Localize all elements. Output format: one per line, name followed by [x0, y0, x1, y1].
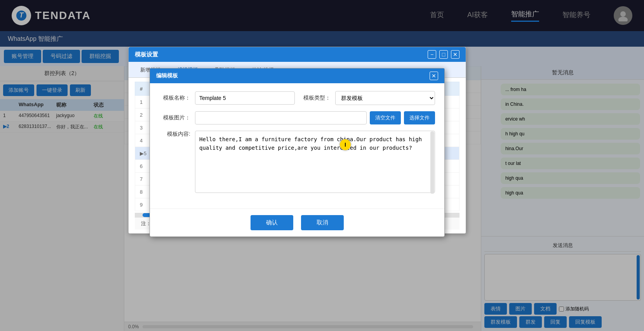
dialog-controls: − □ ✕ — [428, 50, 460, 59]
textarea-wrapper: Hello there,I am a furniture factory fro… — [195, 131, 435, 194]
dialog-title: 模板设置 — [135, 51, 158, 58]
content-row: 模板内容: Hello there,I am a furniture facto… — [159, 131, 435, 194]
type-label: 模板类型： — [299, 95, 331, 102]
modal-footer: 确认 取消 — [150, 208, 444, 236]
file-path-input[interactable] — [195, 111, 367, 124]
edit-modal-close-button[interactable]: ✕ — [430, 72, 438, 80]
name-row: 模板名称： 模板类型： 群发模板 回复模板 — [159, 91, 435, 105]
edit-modal-body: 模板名称： 模板类型： 群发模板 回复模板 模板图片： 清空文件 选择文件 模板… — [150, 83, 444, 208]
name-input[interactable] — [195, 91, 295, 105]
content-textarea[interactable]: Hello there,I am a furniture factory fro… — [195, 131, 435, 193]
type-select[interactable]: 群发模板 回复模板 — [335, 91, 435, 105]
name-label: 模板名称： — [159, 95, 190, 102]
edit-template-modal: 编辑模板 ✕ 模板名称： 模板类型： 群发模板 回复模板 模板图片： 清空文件 … — [150, 68, 445, 237]
edit-modal-header: 编辑模板 ✕ — [150, 68, 444, 83]
dialog-maximize-button[interactable]: □ — [439, 50, 448, 59]
dialog-close-button[interactable]: ✕ — [451, 50, 460, 59]
confirm-button[interactable]: 确认 — [251, 215, 293, 230]
textarea-scrollbar — [430, 131, 434, 194]
cursor-indicator: I — [340, 139, 351, 150]
image-row: 模板图片： 清空文件 选择文件 — [159, 111, 435, 124]
clear-file-button[interactable]: 清空文件 — [370, 111, 401, 124]
dialog-minimize-button[interactable]: − — [428, 50, 436, 59]
image-label: 模板图片： — [159, 114, 190, 121]
dialog-titlebar: 模板设置 − □ ✕ — [129, 47, 466, 62]
cancel-button[interactable]: 取消 — [301, 215, 344, 230]
content-label: 模板内容: — [159, 131, 190, 138]
choose-file-button[interactable]: 选择文件 — [404, 111, 435, 124]
edit-modal-title: 编辑模板 — [156, 72, 178, 79]
